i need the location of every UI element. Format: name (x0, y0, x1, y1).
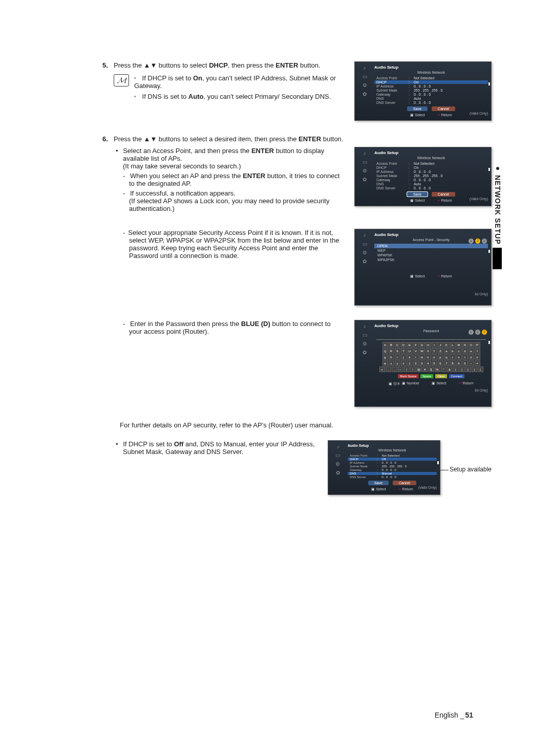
step-5-text: Press the ▲▼ buttons to select DHCP, the… (114, 61, 345, 69)
side-tab: NETWORK SETUP (494, 164, 502, 245)
step6-dash-notify: If successful, a notification appears.(I… (114, 189, 345, 212)
step-6-text: Press the ▲▼ buttons to select a desired… (114, 135, 492, 143)
step6-dash-password: Enter in the Password then press the BLU… (114, 320, 345, 335)
music-icon: ♪ (357, 65, 372, 71)
callout-setup-available: Setup available (450, 466, 492, 473)
step-5-number: 5. (102, 61, 114, 69)
step6-dash-connect: When you select an AP and press the ENTE… (114, 172, 345, 187)
note-2: If DNS is set to Auto, you can't select … (134, 93, 345, 100)
screenshot-security-select: ♪▭⚙✿ Audio Setup Access Point - Security… (354, 229, 492, 306)
dhcp-off-bullet: If DHCP is set to Off and, DNS to Manual… (114, 440, 318, 456)
step-6-number: 6. (102, 135, 114, 143)
photo-icon: ▭ (357, 74, 372, 79)
screenshot-wireless-dhcp-off: ♪▭⚙✿ Audio Setup Wireless Network Access… (328, 440, 440, 495)
screenshot-wireless-dhcp-on: ♪▭⚙✿ Audio Setup Wireless Network Access… (354, 61, 492, 121)
note-icon: 𝓜 (114, 74, 129, 87)
network-icon: ⚙ (357, 82, 372, 88)
tab-marker (493, 248, 502, 269)
further-note: For further details on AP security, refe… (102, 421, 492, 429)
step6-dash-security: Select your appropriate Security Access … (114, 229, 345, 260)
step6-bullet-select-ap: Select an Access Point, and then press t… (114, 147, 345, 170)
settings-icon: ✿ (357, 91, 372, 97)
note-1: If DHCP is set to On, you can't select I… (134, 74, 345, 90)
screenshot-wireless-save: ♪▭⚙✿ Audio Setup Wireless Network Access… (354, 147, 492, 206)
page-footer: English _51 (435, 711, 473, 719)
screenshot-password-keyboard: ♪▭⚙✿ Audio Setup Password 123 ABCDEFGHIJ… (354, 320, 492, 407)
